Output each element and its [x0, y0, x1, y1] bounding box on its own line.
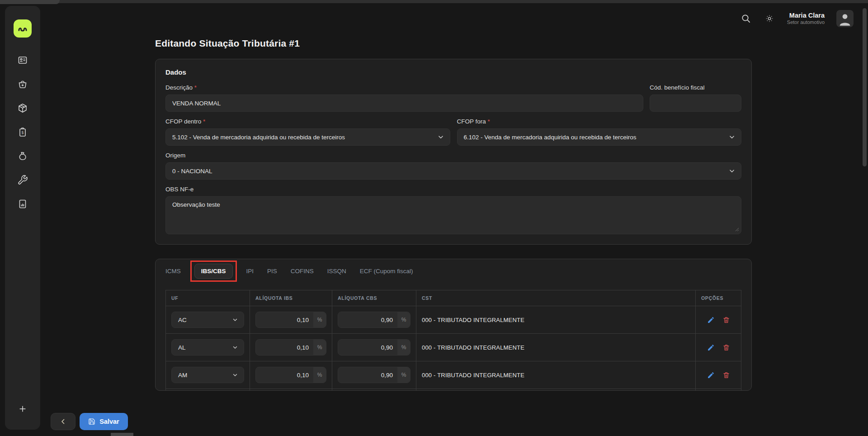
- money-bag-icon: [17, 151, 28, 161]
- tab-ipi[interactable]: IPI: [246, 268, 254, 275]
- cfop-fora-select[interactable]: 6.102 - Venda de mercadoria adquirida ou…: [457, 128, 742, 146]
- aliquota-cbs-input[interactable]: [338, 367, 397, 383]
- aliquota-ibs-input[interactable]: [256, 340, 313, 355]
- horizontal-scrollbar[interactable]: [111, 433, 133, 436]
- window-chrome-strip-left: [0, 0, 60, 4]
- save-button[interactable]: Salvar: [80, 413, 128, 430]
- wave-logo-icon: [17, 23, 28, 34]
- uf-select[interactable]: AC: [171, 312, 244, 328]
- tab-icms[interactable]: ICMS: [165, 268, 181, 275]
- col-header-aliquota-ibs: ALÍQUOTA IBS: [255, 295, 292, 301]
- trash-icon: [722, 371, 730, 379]
- chevron-down-icon: [232, 317, 238, 323]
- col-header-cst: CST: [422, 295, 432, 301]
- user-avatar[interactable]: [836, 10, 854, 27]
- table-row: AC % %: [166, 306, 741, 333]
- aliquota-cbs-input[interactable]: [338, 340, 397, 355]
- aliquota-cbs-input-wrap: %: [338, 339, 410, 355]
- contact-card-icon: [17, 55, 28, 66]
- dados-card-title: Dados: [165, 68, 741, 76]
- clipboard-dollar-icon: $: [17, 127, 28, 137]
- sidebar-item-settings[interactable]: [17, 175, 28, 185]
- sidebar-item-billing[interactable]: $: [17, 127, 28, 137]
- table-row-clipped: [166, 389, 741, 391]
- search-icon: [741, 13, 751, 24]
- uf-select[interactable]: AM: [171, 367, 244, 383]
- obs-nfe-label: OBS NF-e: [165, 186, 741, 193]
- tab-ibs-cbs[interactable]: IBS/CBS: [194, 264, 233, 279]
- sidebar-item-contacts[interactable]: [17, 55, 28, 66]
- aliquota-ibs-input[interactable]: [256, 312, 313, 327]
- pencil-icon: [707, 371, 715, 379]
- wrench-icon: [17, 175, 28, 185]
- tax-table: UF ALÍQUOTA IBS ALÍQUOTA CBS CST OPÇÕES …: [165, 290, 741, 391]
- percent-suffix: %: [397, 340, 410, 355]
- tab-ecf[interactable]: ECF (Cupom fiscal): [360, 268, 413, 275]
- delete-row-button[interactable]: [722, 315, 731, 324]
- back-button[interactable]: [51, 413, 75, 430]
- tab-cofins[interactable]: COFINS: [291, 268, 314, 275]
- delete-row-button[interactable]: [722, 370, 731, 379]
- aliquota-ibs-input-wrap: %: [255, 339, 326, 355]
- aliquota-ibs-input[interactable]: [256, 367, 313, 383]
- floppy-icon: [88, 418, 95, 425]
- resize-handle-icon[interactable]: [735, 225, 739, 233]
- required-marker: *: [194, 84, 197, 91]
- trash-icon: [722, 316, 730, 324]
- sidebar-item-sales[interactable]: [17, 79, 28, 90]
- col-header-opcoes: OPÇÕES: [701, 295, 723, 301]
- user-name: Maria Clara: [787, 11, 825, 19]
- cod-beneficio-input[interactable]: [650, 95, 741, 112]
- percent-suffix: %: [313, 340, 326, 355]
- vertical-scrollbar[interactable]: [863, 8, 867, 166]
- sidebar-item-products[interactable]: [17, 103, 28, 114]
- uf-select[interactable]: AL: [171, 339, 244, 355]
- tab-strip: ICMS IBS/CBS IPI PIS COFINS ISSQN ECF (C…: [165, 263, 741, 279]
- package-icon: [17, 103, 28, 114]
- table-row: AL % %: [166, 333, 741, 361]
- sidebar-add-button[interactable]: [17, 403, 28, 414]
- col-header-uf: UF: [171, 295, 178, 301]
- tax-tabs-card: ICMS IBS/CBS IPI PIS COFINS ISSQN ECF (C…: [155, 259, 752, 391]
- cfop-dentro-select[interactable]: 5.102 - Venda de mercadoria adquirida ou…: [165, 128, 450, 146]
- required-marker: *: [203, 118, 205, 125]
- edit-row-button[interactable]: [706, 315, 715, 324]
- edit-row-button[interactable]: [706, 370, 715, 379]
- tab-pis[interactable]: PIS: [267, 268, 277, 275]
- edit-row-button[interactable]: [706, 343, 715, 352]
- sidebar-item-reports[interactable]: [17, 199, 28, 209]
- chevron-down-icon: [437, 133, 444, 141]
- percent-suffix: %: [313, 367, 326, 383]
- person-icon: [836, 10, 854, 27]
- table-row: AM % %: [166, 361, 741, 389]
- search-button[interactable]: [740, 13, 752, 24]
- obs-nfe-textarea[interactable]: Observação teste: [165, 196, 741, 234]
- cfop-fora-label: CFOP fora *: [457, 118, 742, 125]
- chevron-left-icon: [59, 417, 67, 426]
- percent-suffix: %: [397, 367, 410, 383]
- aliquota-ibs-input-wrap: %: [255, 312, 326, 328]
- theme-toggle-button[interactable]: [764, 13, 775, 24]
- cst-value: 000 - TRIBUTADO INTEGRALMENTE: [422, 317, 524, 323]
- chevron-down-icon: [232, 372, 238, 378]
- sidebar-item-finance[interactable]: [17, 151, 28, 161]
- app-logo[interactable]: [14, 19, 32, 38]
- aliquota-cbs-input[interactable]: [338, 312, 397, 327]
- basket-icon: [17, 79, 28, 90]
- header-actions: Maria Clara Setor automotivo: [740, 10, 854, 27]
- aliquota-cbs-input-wrap: %: [338, 367, 410, 383]
- svg-text:$: $: [21, 130, 24, 135]
- tab-issqn[interactable]: ISSQN: [327, 268, 346, 275]
- pencil-icon: [707, 344, 715, 351]
- col-header-aliquota-cbs: ALÍQUOTA CBS: [338, 295, 377, 301]
- origem-select[interactable]: 0 - NACIONAL: [165, 162, 741, 180]
- chevron-down-icon: [728, 167, 736, 175]
- delete-row-button[interactable]: [722, 343, 731, 352]
- save-button-label: Salvar: [99, 418, 119, 425]
- red-highlight-annotation: IBS/CBS: [190, 261, 237, 282]
- plus-icon: [18, 404, 27, 413]
- aliquota-ibs-input-wrap: %: [255, 367, 326, 383]
- user-info[interactable]: Maria Clara Setor automotivo: [787, 11, 825, 26]
- descricao-input[interactable]: [165, 95, 643, 112]
- dados-card: Dados Descrição * Cód. benefício fiscal …: [155, 59, 752, 245]
